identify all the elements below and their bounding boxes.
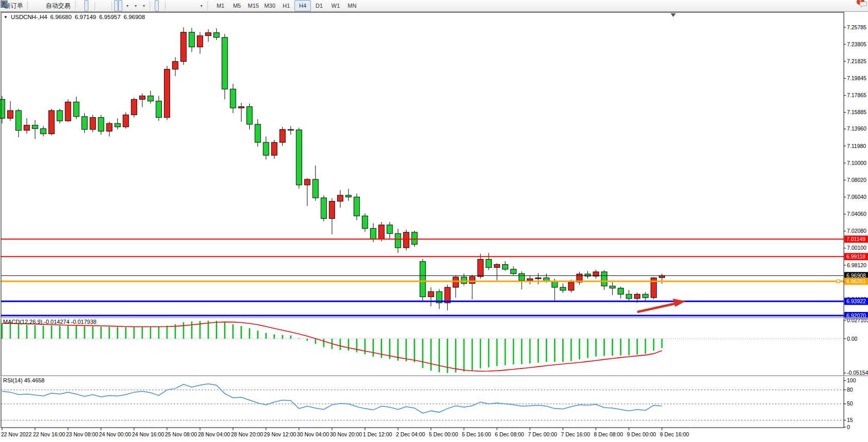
svg-text:2 Dec 04:00: 2 Dec 04:00	[396, 431, 425, 437]
svg-text:7.08020: 7.08020	[847, 177, 866, 183]
svg-text:7.13960: 7.13960	[847, 125, 866, 132]
timeframe-button-w1[interactable]: W1	[327, 0, 344, 11]
rsi-value: 45.4658	[24, 377, 45, 383]
timeframe-button-m15[interactable]: M15	[245, 0, 262, 11]
gold-button[interactable]	[30, 0, 34, 11]
label-button[interactable]: T	[192, 0, 196, 11]
svg-text:7.04060: 7.04060	[847, 211, 866, 217]
svg-text:30 Nov 04:00: 30 Nov 04:00	[297, 431, 329, 437]
toolbar: 新订单自动交易▾▾▾EFAT▾M1M5M15M30H1H4D1W1MN 1	[0, 0, 868, 12]
zoom-in-button[interactable]	[97, 0, 101, 11]
toolbar-grip	[75, 2, 78, 10]
template-button[interactable]: ▾	[139, 0, 147, 11]
svg-text:6.98120: 6.98120	[847, 262, 866, 268]
rsi-indicator-label: RSI(14) 45.4658	[3, 377, 45, 383]
search-button[interactable]	[852, 0, 856, 11]
svg-text:24 Nov 16:00: 24 Nov 16:00	[132, 431, 164, 437]
svg-text:6 Dec 08:00: 6 Dec 08:00	[495, 431, 524, 437]
fibonacci-button[interactable]: F	[184, 0, 188, 11]
timeframe-button-mn[interactable]: MN	[344, 0, 360, 11]
svg-text:6.96251: 6.96251	[846, 278, 866, 284]
svg-text:7 Dec 00:00: 7 Dec 00:00	[528, 431, 557, 437]
svg-text:7.19845: 7.19845	[847, 75, 866, 81]
bar-chart-button[interactable]	[80, 0, 84, 11]
svg-text:50: 50	[847, 400, 853, 407]
auto-scroll-button[interactable]	[114, 0, 118, 11]
ohlc-open: 6.96680	[50, 14, 72, 20]
toolbar-right: 1	[852, 0, 867, 11]
svg-text:24 Nov 00:00: 24 Nov 00:00	[99, 431, 132, 437]
trendline-button[interactable]	[176, 0, 180, 11]
svg-text:7.23805: 7.23805	[847, 41, 866, 47]
toolbar-grip	[207, 2, 210, 10]
timeframe-button-h4[interactable]: H4	[294, 0, 311, 11]
chevron-down-icon: ▾	[143, 4, 145, 8]
svg-text:-0.051546: -0.051546	[847, 370, 868, 376]
periodicity-button[interactable]: ▾	[131, 0, 139, 11]
channel-button[interactable]: E	[180, 0, 184, 11]
timeframe-button-h1[interactable]: H1	[278, 0, 294, 11]
chart-header: ▼ USDCNH-,H4 6.96680 6.97149 6.95957 6.9…	[4, 14, 145, 20]
symbol-title: USDCNH-,H4	[11, 14, 47, 20]
chevron-down-icon: ▾	[135, 4, 137, 8]
svg-text:7 Dec 16:00: 7 Dec 16:00	[561, 431, 590, 437]
timeframe-button-m30[interactable]: M30	[262, 0, 278, 11]
candlestick-chart-button[interactable]	[84, 0, 88, 11]
autotrading-button[interactable]: 自动交易	[42, 0, 72, 11]
svg-text:5 Dec 00:00: 5 Dec 00:00	[429, 431, 458, 437]
arrows-button[interactable]: ▾	[196, 0, 205, 11]
vertical-line-button[interactable]	[168, 0, 172, 11]
svg-text:15: 15	[847, 417, 853, 423]
line-chart-button[interactable]	[88, 0, 93, 11]
toolbar-separator	[95, 2, 95, 10]
toolbar-buttons: 新订单自动交易▾▾▾EFAT▾M1M5M15M30H1H4D1W1MN	[1, 0, 360, 12]
autotrading-button-label: 自动交易	[46, 2, 70, 10]
svg-text:7.15885: 7.15885	[847, 109, 866, 115]
horizontal-line-button[interactable]	[172, 0, 176, 11]
macd-indicator-label: MACD(12,26,9) -0.014274 -0.017938	[3, 319, 97, 325]
ohlc-high: 6.97149	[75, 14, 96, 20]
tile-windows-button[interactable]	[105, 0, 109, 11]
svg-text:6.93922: 6.93922	[846, 298, 866, 304]
macd-signal-value: -0.017938	[71, 319, 97, 325]
mt4-window: 新订单自动交易▾▾▾EFAT▾M1M5M15M30H1H4D1W1MN 1 7.…	[0, 0, 868, 442]
chart-canvas[interactable]: 7.257857.238057.218257.198457.178657.158…	[0, 0, 868, 442]
svg-text:28 Nov 04:00: 28 Nov 04:00	[198, 431, 230, 437]
community-button[interactable]	[34, 0, 38, 11]
crosshair-button[interactable]	[159, 0, 163, 11]
toolbar-separator	[112, 2, 112, 10]
ohlc-close: 6.96908	[124, 14, 145, 20]
timeframe-button-m5[interactable]: M5	[229, 0, 245, 11]
svg-text:9 Dec 16:00: 9 Dec 16:00	[660, 431, 689, 437]
notifications-button[interactable]: 1	[859, 0, 863, 11]
svg-text:28 Nov 20:00: 28 Nov 20:00	[231, 431, 263, 437]
svg-text:7.06040: 7.06040	[847, 194, 866, 200]
svg-text:7.11980: 7.11980	[847, 143, 866, 149]
signals-button[interactable]	[38, 0, 42, 11]
cursor-button[interactable]	[155, 0, 159, 11]
zoom-out-button[interactable]	[101, 0, 105, 11]
svg-text:23 Nov 08:00: 23 Nov 08:00	[66, 431, 98, 437]
chart-shift-button[interactable]	[118, 0, 122, 11]
svg-text:7.02080: 7.02080	[847, 228, 866, 234]
svg-text:80: 80	[847, 386, 853, 393]
timeframe-button-m1[interactable]: M1	[212, 0, 229, 11]
svg-text:7.10000: 7.10000	[847, 160, 866, 166]
toolbar-separator	[165, 2, 165, 10]
svg-text:6.99118: 6.99118	[846, 253, 865, 260]
svg-text:7.00100: 7.00100	[847, 245, 866, 251]
svg-text:22 Nov 16:00: 22 Nov 16:00	[33, 431, 65, 437]
svg-text:7.01149: 7.01149	[846, 236, 865, 242]
svg-text:5 Dec 16:00: 5 Dec 16:00	[462, 431, 491, 437]
collapse-triangle-icon[interactable]: ▼	[4, 15, 8, 20]
chevron-down-icon: ▾	[200, 4, 202, 8]
svg-text:30 Nov 20:00: 30 Nov 20:00	[330, 431, 362, 437]
text-button[interactable]: A	[188, 0, 192, 11]
macd-main-value: -0.014274	[44, 319, 69, 325]
svg-text:22 Nov 2022: 22 Nov 2022	[1, 431, 32, 437]
svg-text:0: 0	[847, 424, 850, 430]
svg-text:7.25785: 7.25785	[847, 24, 866, 30]
add-indicator-button[interactable]: ▾	[122, 0, 131, 11]
timeframe-button-d1[interactable]: D1	[311, 0, 327, 11]
svg-text:1 Dec 12:00: 1 Dec 12:00	[363, 431, 392, 437]
